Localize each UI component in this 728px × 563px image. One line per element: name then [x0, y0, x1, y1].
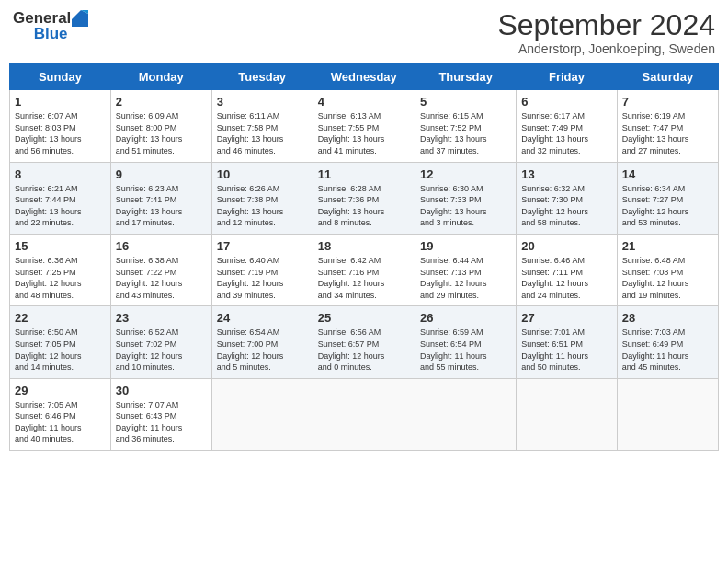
day-number: 18	[318, 239, 410, 253]
day-number: 25	[318, 311, 410, 325]
calendar-week-row: 8Sunrise: 6:21 AM Sunset: 7:44 PM Daylig…	[10, 162, 719, 234]
calendar-day-cell: 1Sunrise: 6:07 AM Sunset: 8:03 PM Daylig…	[10, 90, 111, 162]
day-info: Sunrise: 7:01 AM Sunset: 6:51 PM Dayligh…	[521, 327, 611, 373]
calendar-day-cell: 27Sunrise: 7:01 AM Sunset: 6:51 PM Dayli…	[517, 306, 617, 378]
day-info: Sunrise: 6:19 AM Sunset: 7:47 PM Dayligh…	[622, 110, 713, 156]
day-number: 29	[15, 384, 106, 397]
calendar-week-row: 22Sunrise: 6:50 AM Sunset: 7:05 PM Dayli…	[10, 306, 719, 378]
calendar-day-cell: 11Sunrise: 6:28 AM Sunset: 7:36 PM Dayli…	[313, 162, 415, 234]
day-number: 22	[15, 311, 106, 325]
weekday-header: Wednesday	[313, 64, 415, 90]
day-number: 13	[521, 167, 611, 181]
calendar-day-cell	[617, 378, 718, 450]
calendar-day-cell: 28Sunrise: 7:03 AM Sunset: 6:49 PM Dayli…	[617, 306, 718, 378]
day-info: Sunrise: 6:38 AM Sunset: 7:22 PM Dayligh…	[116, 255, 207, 301]
calendar-day-cell: 3Sunrise: 6:11 AM Sunset: 7:58 PM Daylig…	[211, 90, 313, 162]
day-number: 26	[420, 311, 511, 325]
day-number: 12	[420, 167, 511, 181]
logo-blue: Blue	[34, 25, 68, 43]
calendar-day-cell: 13Sunrise: 6:32 AM Sunset: 7:30 PM Dayli…	[517, 162, 617, 234]
calendar-day-cell: 7Sunrise: 6:19 AM Sunset: 7:47 PM Daylig…	[617, 90, 718, 162]
calendar-day-cell: 26Sunrise: 6:59 AM Sunset: 6:54 PM Dayli…	[415, 306, 516, 378]
calendar-day-cell: 24Sunrise: 6:54 AM Sunset: 7:00 PM Dayli…	[211, 306, 313, 378]
day-number: 2	[116, 95, 207, 109]
day-info: Sunrise: 6:13 AM Sunset: 7:55 PM Dayligh…	[318, 110, 410, 156]
day-info: Sunrise: 6:26 AM Sunset: 7:38 PM Dayligh…	[217, 183, 308, 229]
calendar-day-cell: 4Sunrise: 6:13 AM Sunset: 7:55 PM Daylig…	[313, 90, 415, 162]
day-info: Sunrise: 6:11 AM Sunset: 7:58 PM Dayligh…	[217, 110, 308, 156]
day-info: Sunrise: 6:07 AM Sunset: 8:03 PM Dayligh…	[15, 110, 106, 156]
day-number: 5	[420, 95, 511, 109]
day-number: 20	[521, 239, 611, 253]
day-info: Sunrise: 6:28 AM Sunset: 7:36 PM Dayligh…	[318, 183, 410, 229]
day-number: 16	[116, 239, 207, 253]
calendar-day-cell	[211, 378, 313, 450]
day-info: Sunrise: 6:54 AM Sunset: 7:00 PM Dayligh…	[217, 327, 308, 373]
day-info: Sunrise: 6:59 AM Sunset: 6:54 PM Dayligh…	[420, 327, 511, 373]
calendar-day-cell: 25Sunrise: 6:56 AM Sunset: 6:57 PM Dayli…	[313, 306, 415, 378]
calendar-day-cell: 22Sunrise: 6:50 AM Sunset: 7:05 PM Dayli…	[10, 306, 111, 378]
day-info: Sunrise: 6:32 AM Sunset: 7:30 PM Dayligh…	[521, 183, 611, 229]
day-number: 27	[521, 311, 611, 325]
day-number: 19	[420, 239, 511, 253]
day-info: Sunrise: 6:44 AM Sunset: 7:13 PM Dayligh…	[420, 255, 511, 301]
day-number: 24	[217, 311, 308, 325]
day-number: 9	[116, 167, 207, 181]
day-info: Sunrise: 6:21 AM Sunset: 7:44 PM Dayligh…	[15, 183, 106, 229]
day-number: 15	[15, 239, 106, 253]
day-info: Sunrise: 6:34 AM Sunset: 7:27 PM Dayligh…	[622, 183, 713, 229]
logo: General Blue	[13, 9, 88, 43]
day-number: 3	[217, 95, 308, 109]
day-number: 23	[116, 311, 207, 325]
logo-icon	[72, 10, 88, 27]
day-info: Sunrise: 6:42 AM Sunset: 7:16 PM Dayligh…	[318, 255, 410, 301]
day-info: Sunrise: 6:09 AM Sunset: 8:00 PM Dayligh…	[116, 110, 207, 156]
calendar-day-cell: 18Sunrise: 6:42 AM Sunset: 7:16 PM Dayli…	[313, 234, 415, 305]
calendar-day-cell: 12Sunrise: 6:30 AM Sunset: 7:33 PM Dayli…	[415, 162, 516, 234]
calendar-day-cell: 2Sunrise: 6:09 AM Sunset: 8:00 PM Daylig…	[110, 90, 211, 162]
day-info: Sunrise: 6:40 AM Sunset: 7:19 PM Dayligh…	[217, 255, 308, 301]
calendar-day-cell: 6Sunrise: 6:17 AM Sunset: 7:49 PM Daylig…	[517, 90, 617, 162]
day-info: Sunrise: 6:46 AM Sunset: 7:11 PM Dayligh…	[521, 255, 611, 301]
day-number: 21	[622, 239, 713, 253]
weekday-header: Friday	[517, 64, 617, 90]
day-info: Sunrise: 7:05 AM Sunset: 6:46 PM Dayligh…	[15, 399, 106, 445]
calendar-day-cell: 10Sunrise: 6:26 AM Sunset: 7:38 PM Dayli…	[211, 162, 313, 234]
day-info: Sunrise: 6:56 AM Sunset: 6:57 PM Dayligh…	[318, 327, 410, 373]
day-number: 11	[318, 167, 410, 181]
day-number: 17	[217, 239, 308, 253]
calendar-day-cell: 21Sunrise: 6:48 AM Sunset: 7:08 PM Dayli…	[617, 234, 718, 305]
calendar-day-cell: 23Sunrise: 6:52 AM Sunset: 7:02 PM Dayli…	[110, 306, 211, 378]
calendar-day-cell: 17Sunrise: 6:40 AM Sunset: 7:19 PM Dayli…	[211, 234, 313, 305]
calendar-day-cell: 14Sunrise: 6:34 AM Sunset: 7:27 PM Dayli…	[617, 162, 718, 234]
day-info: Sunrise: 6:30 AM Sunset: 7:33 PM Dayligh…	[420, 183, 511, 229]
calendar-day-cell: 15Sunrise: 6:36 AM Sunset: 7:25 PM Dayli…	[10, 234, 111, 305]
day-info: Sunrise: 6:23 AM Sunset: 7:41 PM Dayligh…	[116, 183, 207, 229]
day-number: 7	[622, 95, 713, 109]
day-number: 30	[116, 384, 207, 397]
calendar-week-row: 1Sunrise: 6:07 AM Sunset: 8:03 PM Daylig…	[10, 90, 719, 162]
weekday-header: Monday	[110, 64, 211, 90]
day-info: Sunrise: 7:03 AM Sunset: 6:49 PM Dayligh…	[622, 327, 713, 373]
calendar-day-cell: 9Sunrise: 6:23 AM Sunset: 7:41 PM Daylig…	[110, 162, 211, 234]
svg-marker-0	[72, 10, 88, 27]
calendar-day-cell	[313, 378, 415, 450]
day-info: Sunrise: 6:52 AM Sunset: 7:02 PM Dayligh…	[116, 327, 207, 373]
title-block: September 2024 Anderstorp, Joenkoeping, …	[497, 9, 715, 56]
day-info: Sunrise: 7:07 AM Sunset: 6:43 PM Dayligh…	[116, 399, 207, 445]
weekday-header: Sunday	[10, 64, 111, 90]
calendar-day-cell: 19Sunrise: 6:44 AM Sunset: 7:13 PM Dayli…	[415, 234, 516, 305]
weekday-header: Tuesday	[211, 64, 313, 90]
calendar-day-cell: 20Sunrise: 6:46 AM Sunset: 7:11 PM Dayli…	[517, 234, 617, 305]
day-number: 28	[622, 311, 713, 325]
calendar-week-row: 15Sunrise: 6:36 AM Sunset: 7:25 PM Dayli…	[10, 234, 719, 305]
day-info: Sunrise: 6:17 AM Sunset: 7:49 PM Dayligh…	[521, 110, 611, 156]
calendar-day-cell: 30Sunrise: 7:07 AM Sunset: 6:43 PM Dayli…	[110, 378, 211, 450]
weekday-header-row: SundayMondayTuesdayWednesdayThursdayFrid…	[10, 64, 719, 90]
location-title: Anderstorp, Joenkoeping, Sweden	[497, 41, 715, 56]
day-info: Sunrise: 6:50 AM Sunset: 7:05 PM Dayligh…	[15, 327, 106, 373]
page-header: General Blue September 2024 Anderstorp, …	[9, 9, 719, 56]
calendar-week-row: 29Sunrise: 7:05 AM Sunset: 6:46 PM Dayli…	[10, 378, 719, 450]
calendar-day-cell: 29Sunrise: 7:05 AM Sunset: 6:46 PM Dayli…	[10, 378, 111, 450]
day-number: 10	[217, 167, 308, 181]
